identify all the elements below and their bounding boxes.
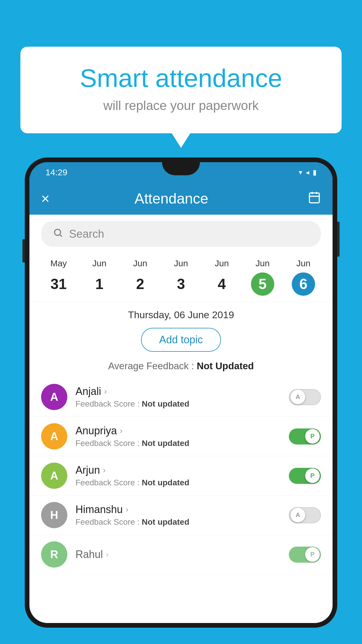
phone-wrapper: 14:29 ▾ ◂ ▮ × Attendance <box>25 158 337 628</box>
toggle-switch-himanshu[interactable]: A <box>289 507 321 523</box>
toggle-switch-partial[interactable]: P <box>289 547 321 563</box>
add-topic-button[interactable]: Add topic <box>141 328 221 352</box>
cal-num-6: 6 <box>292 272 315 296</box>
avatar-arjun: A <box>41 463 67 489</box>
student-name-partial: Rahul › <box>75 548 281 561</box>
student-item-anupriya[interactable]: A Anupriya › Feedback Score : Not update… <box>29 417 333 456</box>
toggle-knob-anupriya: P <box>305 429 320 444</box>
cal-month-1: Jun <box>92 258 106 268</box>
toggle-knob-himanshu: A <box>291 508 305 522</box>
toggle-knob-arjun: P <box>305 468 320 483</box>
chevron-partial: › <box>106 550 108 559</box>
app-bar: × Attendance <box>29 183 333 215</box>
svg-point-4 <box>55 229 61 235</box>
status-bar-area: 14:29 ▾ ◂ ▮ <box>29 162 333 183</box>
student-feedback-anupriya: Feedback Score : Not updated <box>75 439 281 448</box>
student-item-partial[interactable]: R Rahul › P <box>29 535 333 574</box>
student-name-himanshu: Himanshu › <box>75 503 281 516</box>
wifi-icon: ▾ <box>299 168 302 176</box>
toggle-switch-arjun[interactable]: P <box>289 468 321 484</box>
cal-month-3: Jun <box>174 258 188 268</box>
toggle-switch-anjali[interactable]: A <box>289 389 321 405</box>
cal-day-jun2[interactable]: Jun 2 <box>129 258 152 296</box>
search-icon <box>53 228 63 241</box>
student-info-anupriya: Anupriya › Feedback Score : Not updated <box>75 425 281 448</box>
speech-bubble-container: Smart attendance will replace your paper… <box>20 47 342 133</box>
svg-rect-0 <box>310 193 319 203</box>
cal-day-jun5[interactable]: Jun 5 <box>251 258 274 296</box>
speech-bubble-title: Smart attendance <box>44 64 318 92</box>
student-item-himanshu[interactable]: H Himanshu › Feedback Score : Not update… <box>29 496 333 535</box>
student-name-anjali: Anjali › <box>75 385 281 398</box>
avatar-anupriya: A <box>41 423 67 449</box>
student-item-anjali[interactable]: A Anjali › Feedback Score : Not updated <box>29 377 333 417</box>
student-item-arjun[interactable]: A Arjun › Feedback Score : Not updated <box>29 456 333 496</box>
side-button-left <box>22 239 25 262</box>
student-info-arjun: Arjun › Feedback Score : Not updated <box>75 464 281 487</box>
selected-date-label: Thursday, 06 June 2019 <box>29 302 333 325</box>
avatar-anjali: A <box>41 384 67 410</box>
cal-num-5: 5 <box>251 272 274 296</box>
cal-num-2: 2 <box>129 272 152 296</box>
add-topic-container: Add topic <box>29 325 333 358</box>
search-container: Search <box>29 215 333 251</box>
status-bar: 14:29 ▾ ◂ ▮ <box>29 162 333 183</box>
chevron-arjun: › <box>103 466 106 475</box>
cal-num-3: 3 <box>169 272 193 296</box>
calendar-icon[interactable] <box>308 191 321 206</box>
phone-container: 14:29 ▾ ◂ ▮ × Attendance <box>25 158 337 644</box>
cal-num-0: 31 <box>47 272 70 296</box>
avatar-himanshu: H <box>41 502 67 528</box>
chevron-himanshu: › <box>126 505 128 514</box>
cal-day-jun4[interactable]: Jun 4 <box>210 258 233 296</box>
toggle-anjali[interactable]: A <box>289 389 321 405</box>
toggle-knob-anjali: A <box>291 390 305 404</box>
cal-month-2: Jun <box>133 258 147 268</box>
student-name-arjun: Arjun › <box>75 464 281 476</box>
cal-day-jun3[interactable]: Jun 3 <box>169 258 193 296</box>
search-bar[interactable]: Search <box>41 221 321 247</box>
student-name-anupriya: Anupriya › <box>75 425 281 437</box>
toggle-arjun[interactable]: P <box>289 468 321 484</box>
chevron-anjali: › <box>104 387 107 396</box>
toggle-knob-partial: P <box>305 547 320 562</box>
app-bar-title: Attendance <box>35 190 308 207</box>
side-button-right <box>337 222 340 257</box>
search-input-placeholder[interactable]: Search <box>69 228 104 240</box>
student-feedback-anjali: Feedback Score : Not updated <box>75 399 281 409</box>
toggle-partial[interactable]: P <box>289 547 321 563</box>
cal-day-may31[interactable]: May 31 <box>47 258 70 296</box>
screen-content: Search May 31 Jun 1 Jun 2 <box>29 215 333 623</box>
speech-bubble: Smart attendance will replace your paper… <box>20 47 342 133</box>
avatar-partial: R <box>41 541 67 568</box>
cal-month-5: Jun <box>256 258 270 268</box>
avg-feedback-label: Average Feedback : <box>108 360 197 371</box>
student-list: A Anjali › Feedback Score : Not updated <box>29 377 333 574</box>
phone: 14:29 ▾ ◂ ▮ × Attendance <box>25 158 337 628</box>
avg-feedback: Average Feedback : Not Updated <box>29 358 333 377</box>
svg-line-5 <box>60 235 62 237</box>
avg-feedback-value: Not Updated <box>197 360 254 371</box>
status-time: 14:29 <box>45 167 67 177</box>
cal-month-0: May <box>50 258 67 268</box>
student-info-partial: Rahul › <box>75 548 281 561</box>
notch <box>162 162 200 175</box>
toggle-switch-anupriya[interactable]: P <box>289 428 321 444</box>
speech-bubble-subtitle: will replace your paperwork <box>44 98 318 113</box>
status-icons: ▾ ◂ ▮ <box>299 168 317 176</box>
chevron-anupriya: › <box>120 426 122 435</box>
cal-day-jun1[interactable]: Jun 1 <box>88 258 111 296</box>
cal-month-4: Jun <box>215 258 229 268</box>
student-info-anjali: Anjali › Feedback Score : Not updated <box>75 385 281 409</box>
toggle-himanshu[interactable]: A <box>289 507 321 523</box>
battery-icon: ▮ <box>313 168 317 176</box>
cal-num-1: 1 <box>88 272 111 296</box>
cal-month-6: Jun <box>296 258 310 268</box>
cal-day-jun6[interactable]: Jun 6 <box>292 258 315 296</box>
student-feedback-arjun: Feedback Score : Not updated <box>75 478 281 487</box>
cal-num-4: 4 <box>210 272 233 296</box>
calendar-strip: May 31 Jun 1 Jun 2 Jun 3 <box>29 251 333 302</box>
toggle-anupriya[interactable]: P <box>289 428 321 444</box>
student-info-himanshu: Himanshu › Feedback Score : Not updated <box>75 503 281 527</box>
signal-icon: ◂ <box>306 168 309 176</box>
